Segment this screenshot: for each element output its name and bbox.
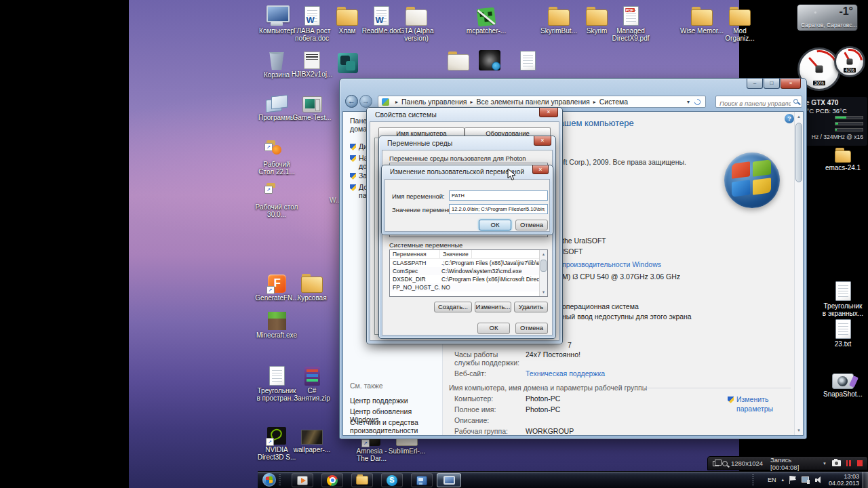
breadcrumb-item[interactable]: Система bbox=[599, 98, 628, 106]
row-label: Полное имя: bbox=[454, 405, 496, 413]
variable-name-input[interactable] bbox=[449, 190, 548, 201]
network-icon[interactable] bbox=[802, 476, 810, 484]
desktop-icon-doc[interactable] bbox=[506, 50, 549, 72]
start-button[interactable] bbox=[262, 473, 276, 487]
taskbar-item-explorer[interactable] bbox=[351, 473, 373, 487]
screenshot-icon[interactable] bbox=[832, 460, 841, 466]
ok-button[interactable]: ОК bbox=[477, 323, 510, 334]
minimize-button[interactable]: – bbox=[747, 79, 763, 89]
help-icon[interactable]: ? bbox=[785, 114, 794, 123]
sidebar-link-action-center[interactable]: Центр поддержки bbox=[350, 397, 438, 405]
taskbar-item-control-panel[interactable] bbox=[411, 473, 433, 487]
tech-support-link[interactable]: Техническая поддержка bbox=[526, 369, 605, 378]
maximize-button[interactable]: □ bbox=[764, 79, 780, 89]
language-indicator[interactable]: EN bbox=[768, 476, 776, 483]
variable-row[interactable]: ComSpecC:\Windows\system32\cmd.exe bbox=[390, 267, 547, 275]
taskbar-item-system-active[interactable] bbox=[437, 473, 461, 487]
action-center-icon[interactable] bbox=[789, 476, 796, 484]
desktop-icon-video[interactable] bbox=[468, 49, 511, 72]
close-button[interactable]: × bbox=[539, 108, 558, 117]
taskbar-item-chrome[interactable] bbox=[321, 473, 343, 487]
desktop-icon-snapashot[interactable]: SnapaShot... bbox=[821, 367, 865, 398]
stop-record-icon[interactable] bbox=[857, 460, 863, 466]
delete-button[interactable]: Удалить bbox=[514, 302, 548, 312]
search-input[interactable] bbox=[716, 98, 802, 109]
app-tile-icon bbox=[329, 52, 367, 73]
variable-row[interactable]: DXSDK_DIRC:\Program Files (x86)\Microsof… bbox=[390, 275, 547, 283]
tray-expand-icon[interactable]: ▴ bbox=[781, 477, 784, 483]
forward-button[interactable]: → bbox=[359, 95, 372, 108]
system-tray: EN ▴ 13:03 04.02.2013 bbox=[768, 472, 859, 488]
gauge-value: 30% bbox=[813, 81, 825, 85]
scrollbar-thumb[interactable] bbox=[540, 260, 547, 272]
zoom-icon[interactable] bbox=[722, 461, 728, 466]
ok-button[interactable]: ОК bbox=[479, 220, 511, 230]
desktop-icon-folder[interactable]: GTA (Alpha version) bbox=[395, 4, 438, 42]
uac-shield-icon bbox=[728, 396, 734, 403]
desktop-icon-mcpatcher[interactable]: mcpatcher-... bbox=[465, 4, 508, 35]
uac-shield-icon bbox=[350, 155, 356, 162]
cancel-button[interactable]: Отмена bbox=[515, 220, 548, 230]
volume-icon[interactable] bbox=[815, 476, 823, 484]
desktop-icon-folder[interactable]: Курсовая bbox=[290, 272, 334, 302]
desktop-icon-game-test[interactable]: Game-Test... bbox=[290, 94, 334, 121]
window-mode-icon[interactable] bbox=[713, 461, 719, 466]
scroll-up-icon[interactable]: ▲ bbox=[795, 112, 803, 121]
folder-icon bbox=[680, 4, 724, 26]
scroll-down-icon[interactable]: ▼ bbox=[795, 426, 803, 435]
variable-row[interactable]: CLASSPATH.;C:\Program Files (x86)\Java\j… bbox=[390, 259, 547, 267]
desktop-icon-app[interactable] bbox=[329, 52, 367, 75]
breadcrumb[interactable]: ▸ Панель управления ▸ Все элементы панел… bbox=[378, 96, 706, 108]
scroll-down-icon: ▼ bbox=[540, 288, 547, 296]
skype-icon: S bbox=[387, 475, 397, 486]
desktop-icon-minecraft[interactable]: Minecraft.exe bbox=[255, 308, 298, 339]
desktop-icon-folder[interactable]: Mod Organiz... bbox=[718, 4, 762, 42]
new-button[interactable]: Создать... bbox=[434, 302, 472, 312]
desktop-icon-folder[interactable]: SkyrimBut... bbox=[537, 4, 580, 35]
ram-meter-gadget[interactable]: 40% bbox=[834, 46, 865, 77]
system-variables-list[interactable]: Переменная Значение CLASSPATH.;C:\Progra… bbox=[389, 249, 548, 297]
desktop-icon-text-doc[interactable]: 23.txt bbox=[821, 319, 865, 348]
system-variables-label: Системные переменные bbox=[389, 241, 462, 249]
pause-icon[interactable] bbox=[846, 460, 851, 466]
desktop-icon-folder[interactable]: Wise Memor... bbox=[680, 4, 724, 35]
desktop-icon-desktop-folder[interactable]: Рабочий Стол 22.1... bbox=[255, 139, 298, 176]
breadcrumb-item[interactable]: Панель управления bbox=[401, 98, 467, 106]
edit-button[interactable]: Изменить... bbox=[475, 302, 511, 312]
breadcrumb-dropdown-icon[interactable]: ▾ bbox=[687, 99, 690, 105]
taskbar-item-skype[interactable]: S bbox=[381, 473, 403, 487]
close-button[interactable]: × bbox=[534, 136, 551, 146]
breadcrumb-sep-icon: ▸ bbox=[470, 99, 473, 105]
performance-index-link[interactable]: производительности Windows bbox=[562, 260, 661, 268]
row-label: Описание: bbox=[454, 416, 489, 424]
cancel-button[interactable]: Отмена bbox=[515, 323, 548, 334]
desktop-icon-wallpaper[interactable]: wallpaper-... bbox=[290, 427, 334, 453]
desktop-icon-desktop-folder[interactable]: Рабочий стол 30.0... bbox=[255, 182, 298, 218]
vertical-scrollbar[interactable]: ▲ ▼ bbox=[794, 112, 803, 435]
scrollbar-thumb[interactable] bbox=[795, 123, 802, 182]
weather-gadget[interactable]: -1° Саратов, Саратовс... bbox=[797, 4, 858, 31]
back-button[interactable]: ← bbox=[345, 95, 358, 108]
breadcrumb-item[interactable]: Все элементы панели управления bbox=[477, 98, 590, 106]
windows-logo bbox=[724, 152, 780, 208]
desktop-icon-file[interactable]: HJIBX2v1oj... bbox=[290, 50, 334, 78]
camera-icon bbox=[821, 367, 865, 389]
desktop-icon-pdf[interactable]: Managed DirectX9.pdf bbox=[609, 4, 652, 42]
show-desktop-button[interactable] bbox=[863, 472, 868, 488]
taskbar-item-mpc[interactable] bbox=[292, 473, 313, 487]
clock[interactable]: 13:03 04.02.2013 bbox=[829, 473, 859, 487]
recorder-dropdown-icon[interactable]: ▼ bbox=[823, 462, 827, 466]
doc-icon bbox=[506, 50, 549, 70]
variable-value-input[interactable] bbox=[449, 204, 548, 214]
desktop-icon-text-doc[interactable]: Треугольник в экранных... bbox=[821, 279, 865, 317]
refresh-icon[interactable] bbox=[693, 98, 702, 106]
list-scrollbar[interactable]: ▲ ▼ bbox=[539, 250, 547, 296]
sidebar-link-performance[interactable]: Счетчики и средства производительности bbox=[350, 419, 438, 434]
close-button[interactable]: × bbox=[532, 165, 549, 174]
search-box[interactable] bbox=[715, 96, 802, 108]
variable-row[interactable]: FP_NO_HOST_C...NO bbox=[390, 283, 547, 291]
desktop-icon-emacs[interactable]: emacs-24.1 bbox=[821, 146, 865, 171]
content-fragment: операционная система bbox=[562, 302, 639, 310]
desktop-icon-zip[interactable]: C# Занятия.zip bbox=[290, 364, 334, 402]
close-button[interactable]: × bbox=[781, 79, 801, 89]
